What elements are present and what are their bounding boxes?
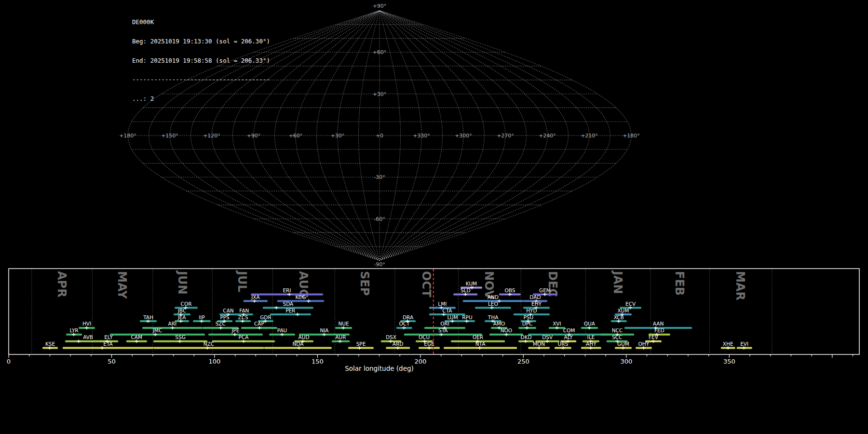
shower-label-FAN: FAN <box>239 308 249 313</box>
shower-label-OER: OER <box>473 334 483 340</box>
peak-marker-GUM <box>621 346 625 350</box>
sky-latitude-label: +30° <box>373 91 387 97</box>
shower-label-THA: THA <box>488 314 499 320</box>
sky-map: +180°+150°+120°+90°+60°+30°+0+330°+300°+… <box>119 3 640 268</box>
shower-bar-ETA <box>63 347 153 349</box>
shower-label-SPE: SPE <box>356 341 366 347</box>
shower-label-AUD: AUD <box>298 334 310 340</box>
sky-latitude-label: -60° <box>374 216 385 222</box>
shower-label-GDR: GDR <box>260 314 271 320</box>
sky-longitude-label: +270° <box>497 133 514 139</box>
peak-marker-ETA <box>100 346 104 350</box>
sky-longitude-label: +330° <box>413 133 430 139</box>
shower-label-QUA: QUA <box>584 321 596 326</box>
peak-marker-LUM <box>450 320 454 323</box>
shower-label-RPU: RPU <box>462 314 472 320</box>
shower-label-SDA: SDA <box>283 301 294 307</box>
peak-marker-DKD <box>524 339 528 343</box>
shower-label-HYD: HYD <box>526 308 537 313</box>
peak-marker-DSV <box>545 339 549 343</box>
shower-label-OCU: OCU <box>419 334 430 340</box>
month-label-MAR: MAR <box>733 271 747 300</box>
peak-marker-SZC <box>219 326 223 329</box>
peak-marker-HVI <box>85 326 89 329</box>
shower-label-OBS: OBS <box>504 287 515 293</box>
sky-longitude-label: +150° <box>161 133 178 139</box>
shower-label-XUM: XUM <box>617 308 629 313</box>
shower-label-LEO: LEO <box>488 301 498 307</box>
shower-label-EVI: EVI <box>740 341 748 347</box>
shower-label-JMC: JMC <box>152 327 163 333</box>
x-tick-label-150: 150 <box>312 358 324 365</box>
peak-marker-TAH <box>146 320 150 323</box>
shower-label-JEA: JEA <box>177 314 187 320</box>
shower-label-FED: FED <box>654 327 665 333</box>
x-tick-label-50: 50 <box>108 358 116 365</box>
activity-timeline: APRMAYJUNJULAUGSEPOCTNOVDECJANFEBMARKUME… <box>7 269 859 372</box>
sky-longitude-label: +180° <box>623 133 640 139</box>
peak-marker-JXA <box>253 299 257 303</box>
shower-label-DKD: DKD <box>521 334 532 340</box>
peak-marker-DPC <box>525 326 529 329</box>
shower-label-ERI: ERI <box>283 287 291 293</box>
peak-marker-XCB <box>617 320 621 323</box>
shower-label-NIA: NIA <box>320 327 329 333</box>
peak-marker-OHY <box>642 346 646 350</box>
shower-bar-JMC <box>110 334 205 336</box>
shower-bar-PER <box>270 313 311 315</box>
peak-marker-ZCS <box>241 320 244 323</box>
x-tick-label-100: 100 <box>208 358 220 365</box>
shower-label-LUM: LUM <box>447 314 458 320</box>
peak-marker-LYR <box>72 333 76 336</box>
shower-label-URS: URS <box>557 341 568 347</box>
x-tick-label-0: 0 <box>7 358 11 365</box>
sky-latitude-label: -90° <box>374 261 385 268</box>
peak-marker-OBS <box>508 293 512 296</box>
shower-label-FEV: FEV <box>649 334 659 340</box>
shower-label-NZC: NZC <box>203 341 214 347</box>
shower-label-DRA: DRA <box>403 314 414 320</box>
shower-label-MON: MON <box>533 341 545 347</box>
shower-label-OCT: OCT <box>399 321 410 326</box>
peak-marker-NOO <box>504 333 508 336</box>
peak-marker-PER <box>296 313 299 316</box>
peak-marker-XHE <box>726 346 730 350</box>
peak-marker-QUA <box>587 326 591 329</box>
month-label-APR: APR <box>55 271 68 298</box>
shower-label-ARI: ARI <box>168 321 177 326</box>
shower-label-SLD: SLD <box>461 287 471 293</box>
shower-bar-ERI <box>251 293 323 295</box>
x-tick-label-350: 350 <box>723 358 735 365</box>
peak-marker-AHY <box>589 346 593 350</box>
month-label-JAN: JAN <box>611 270 624 294</box>
shower-label-ALY: ALY <box>564 334 573 340</box>
x-tick-label-200: 200 <box>414 358 426 365</box>
sky-longitude-label: +240° <box>539 133 556 139</box>
peak-marker-SPE <box>357 346 361 350</box>
sky-longitude-label: +0 <box>376 133 383 139</box>
peak-marker-FEV <box>651 339 655 343</box>
shower-label-DPC: DPC <box>522 321 533 326</box>
peak-marker-PCA <box>242 339 245 343</box>
peak-marker-ARI <box>171 326 175 329</box>
peak-marker-KSE <box>48 346 52 350</box>
peak-marker-RPU <box>465 320 469 323</box>
shower-label-KUM: KUM <box>466 281 477 286</box>
peak-marker-JPE <box>233 333 237 336</box>
shower-label-AHY: AHY <box>586 341 597 347</box>
shower-label-CTA: CTA <box>442 308 452 313</box>
shower-label-HVI: HVI <box>82 321 91 326</box>
shower-label-AVB: AVB <box>83 334 93 340</box>
month-label-JUN: JUN <box>176 270 189 295</box>
shower-label-XHE: XHE <box>723 341 733 347</box>
peak-marker-XVI <box>555 326 559 329</box>
peak-marker-CAM <box>135 339 138 343</box>
sky-longitude-label: +120° <box>203 133 220 139</box>
shower-label-COM: COM <box>563 327 575 333</box>
shower-label-COR: COR <box>181 301 192 307</box>
peak-marker-CAP <box>258 326 261 329</box>
shower-label-ETA: ETA <box>103 341 113 347</box>
shower-label-AMO: AMO <box>493 321 505 326</box>
peak-marker-NIA <box>322 333 326 336</box>
shower-label-JPE: JPE <box>231 327 239 333</box>
